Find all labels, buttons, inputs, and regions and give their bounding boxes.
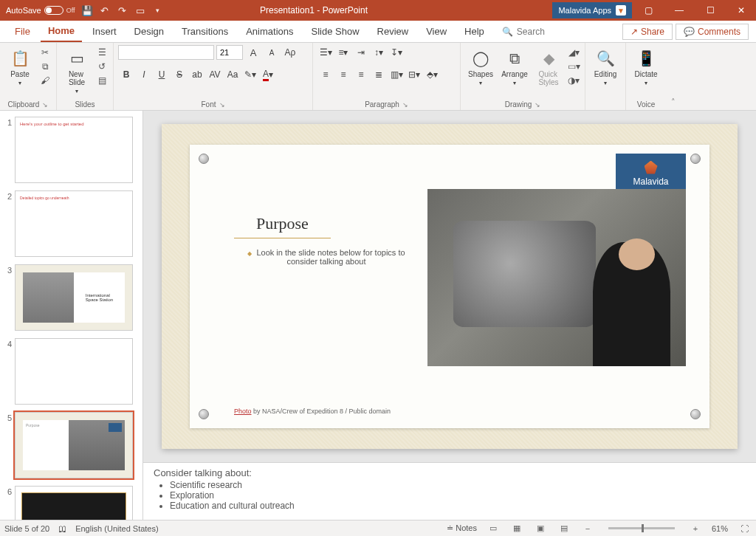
line-spacing-icon[interactable]: ↕▾: [371, 45, 387, 60]
font-name-input[interactable]: [118, 45, 214, 60]
font-launcher-icon[interactable]: ↘: [219, 101, 225, 109]
sorter-view-icon[interactable]: ▦: [509, 523, 524, 535]
shrink-font-icon[interactable]: A: [264, 45, 280, 60]
tab-animations[interactable]: Animations: [238, 21, 300, 41]
tab-help[interactable]: Help: [457, 21, 492, 41]
slide-title[interactable]: Purpose: [234, 214, 331, 238]
normal-view-icon[interactable]: ▭: [486, 523, 501, 535]
malavida-badge[interactable]: Malavida Apps ▼: [552, 2, 632, 18]
bullets-icon[interactable]: ☰▾: [317, 45, 334, 60]
font-size-input[interactable]: [216, 45, 243, 60]
thumb-5[interactable]: Purpose: [15, 412, 133, 478]
tab-transitions[interactable]: Transitions: [174, 21, 236, 41]
photo-link[interactable]: Photo: [234, 408, 252, 415]
quick-styles-button[interactable]: ◆Quick Styles: [533, 45, 564, 86]
thumb-6[interactable]: [15, 486, 133, 520]
tab-home[interactable]: Home: [41, 21, 82, 42]
paste-button[interactable]: 📋Paste▾: [4, 45, 35, 86]
zoom-in-icon[interactable]: +: [688, 523, 703, 535]
start-slideshow-icon[interactable]: ▭: [134, 4, 146, 16]
search-box[interactable]: 🔍Search: [495, 27, 552, 37]
arrange-button[interactable]: ⧉Arrange▾: [499, 45, 530, 86]
layout-icon[interactable]: ☰: [95, 47, 109, 58]
zoom-level[interactable]: 61%: [712, 524, 728, 533]
spellcheck-icon[interactable]: 🕮: [58, 524, 66, 533]
slide-bullet[interactable]: Look in the slide notes below for topics…: [241, 248, 411, 266]
maximize-icon[interactable]: ☐: [695, 0, 725, 21]
status-bar: Slide 5 of 20 🕮 English (United States) …: [0, 520, 756, 536]
collapse-ribbon-icon[interactable]: ˄: [666, 43, 681, 110]
align-right-icon[interactable]: ≡: [353, 67, 369, 82]
highlight-icon[interactable]: ✎▾: [242, 67, 258, 82]
close-icon[interactable]: ✕: [726, 0, 756, 21]
justify-icon[interactable]: ≣: [371, 67, 387, 82]
tab-slideshow[interactable]: Slide Show: [303, 21, 366, 41]
font-color-icon[interactable]: A▾: [260, 67, 276, 82]
underline-button[interactable]: U: [154, 67, 170, 82]
slide-image[interactable]: [427, 189, 686, 366]
thumb-1[interactable]: Here's your outline to get started: [15, 117, 133, 183]
new-slide-button[interactable]: ▭New Slide▾: [61, 45, 92, 95]
thumb-2[interactable]: Detailed topics go underneath: [15, 190, 133, 257]
paragraph-launcher-icon[interactable]: ↘: [402, 101, 408, 109]
thumb-num: 3: [3, 264, 12, 275]
save-icon[interactable]: 💾: [81, 4, 93, 16]
zoom-slider[interactable]: [608, 527, 675, 529]
share-button[interactable]: ↗Share: [622, 24, 673, 40]
strike-button[interactable]: S: [171, 67, 188, 82]
tab-file[interactable]: File: [7, 21, 38, 41]
slideshow-view-icon[interactable]: ▤: [557, 523, 571, 535]
title-bar: AutoSave Off 💾 ↶ ↷ ▭ ▾ Presentation1 - P…: [0, 0, 756, 21]
shape-effects-icon[interactable]: ◑▾: [567, 75, 580, 86]
reset-icon[interactable]: ↺: [95, 61, 109, 72]
shapes-button[interactable]: ◯Shapes▾: [465, 45, 496, 86]
comments-button[interactable]: 💬Comments: [676, 24, 749, 40]
align-left-icon[interactable]: ≡: [317, 67, 334, 82]
slide-thumbnails[interactable]: 1Here's your outline to get started 2Det…: [0, 111, 143, 520]
clipboard-launcher-icon[interactable]: ↘: [42, 101, 48, 109]
tab-design[interactable]: Design: [127, 21, 171, 41]
shape-outline-icon[interactable]: ▭▾: [567, 61, 580, 72]
change-case-button[interactable]: Aa: [224, 67, 241, 82]
notes-pane[interactable]: Consider talking about: Scientific resea…: [143, 462, 756, 520]
slide-canvas[interactable]: Malavida Purpose Look in the slide notes…: [162, 124, 738, 449]
ribbon-display-icon[interactable]: ▢: [633, 0, 663, 21]
cut-icon[interactable]: ✂: [38, 47, 52, 58]
qat-customize-icon[interactable]: ▾: [152, 4, 164, 16]
tab-view[interactable]: View: [419, 21, 454, 41]
align-center-icon[interactable]: ≡: [335, 67, 351, 82]
smartart-icon[interactable]: ⬘▾: [424, 67, 440, 82]
format-painter-icon[interactable]: 🖌: [38, 75, 52, 86]
minimize-icon[interactable]: —: [664, 0, 694, 21]
thumb-4[interactable]: [15, 338, 133, 405]
status-language[interactable]: English (United States): [75, 524, 159, 533]
fit-window-icon[interactable]: ⛶: [737, 523, 752, 535]
reading-view-icon[interactable]: ▣: [533, 523, 548, 535]
status-slide[interactable]: Slide 5 of 20: [4, 524, 49, 533]
bold-button[interactable]: B: [118, 67, 134, 82]
text-direction-icon[interactable]: ↧▾: [388, 45, 405, 60]
columns-icon[interactable]: ▥▾: [388, 67, 405, 82]
notes-toggle[interactable]: ≐ Notes: [447, 523, 477, 533]
editing-button[interactable]: 🔍Editing▾: [590, 45, 621, 86]
drawing-launcher-icon[interactable]: ↘: [535, 101, 540, 109]
align-text-icon[interactable]: ⊟▾: [406, 67, 422, 82]
italic-button[interactable]: I: [136, 67, 152, 82]
list-level-icon[interactable]: ⇥: [353, 45, 369, 60]
shadow-button[interactable]: ab: [189, 67, 205, 82]
clear-format-icon[interactable]: Aρ: [282, 45, 298, 60]
grow-font-icon[interactable]: A: [245, 45, 261, 60]
dictate-button[interactable]: 📱Dictate▾: [630, 45, 662, 86]
thumb-3[interactable]: InternationalSpace Station: [15, 264, 133, 331]
copy-icon[interactable]: ⧉: [38, 61, 52, 72]
redo-icon[interactable]: ↷: [117, 4, 128, 16]
numbering-icon[interactable]: ≡▾: [335, 45, 351, 60]
autosave-toggle[interactable]: AutoSave Off: [6, 6, 75, 15]
undo-icon[interactable]: ↶: [99, 4, 111, 16]
char-spacing-button[interactable]: AV: [207, 67, 223, 82]
shape-fill-icon[interactable]: ◢▾: [567, 47, 580, 58]
tab-review[interactable]: Review: [370, 21, 416, 41]
zoom-out-icon[interactable]: −: [580, 523, 595, 535]
section-icon[interactable]: ▤: [95, 75, 109, 86]
tab-insert[interactable]: Insert: [85, 21, 124, 41]
